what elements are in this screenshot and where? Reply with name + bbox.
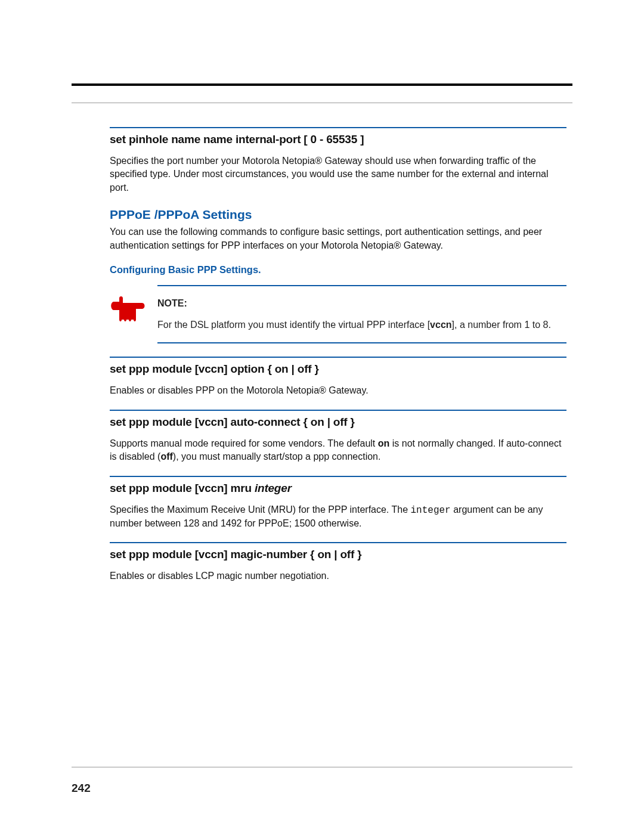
divider-blue (110, 357, 566, 358)
divider-blue (110, 542, 566, 543)
sub-heading: Configuring Basic PPP Settings. (110, 264, 566, 275)
note-text-post: ], a number from 1 to 8. (452, 320, 551, 330)
divider-blue (110, 127, 566, 128)
note-block: NOTE: For the DSL platform you must iden… (110, 285, 566, 343)
desc-mono: integer (410, 505, 450, 516)
top-thin-rule (72, 103, 572, 103)
command-heading: set ppp module [vccn] auto-connect { on … (110, 416, 566, 429)
footer-rule (72, 767, 572, 767)
desc-pre: Supports manual mode required for some v… (110, 438, 378, 448)
desc-on: on (378, 438, 390, 448)
command-description: Specifies the port number your Motorola … (110, 154, 566, 194)
cmd-integer: integer (255, 482, 292, 494)
section-heading-pppoe: PPPoE /PPPoA Settings (110, 208, 566, 222)
command-heading: set ppp module [vccn] magic-number { on … (110, 548, 566, 561)
desc-pre: Specifies the Maximum Receive Unit (MRU)… (110, 504, 410, 515)
page: set pinhole name name internal-port [ 0 … (0, 0, 644, 833)
note-text-pre: For the DSL platform you must identify t… (157, 320, 430, 330)
command-heading: set pinhole name name internal-port [ 0 … (110, 133, 566, 146)
command-description: Enables or disables PPP on the Motorola … (110, 384, 566, 397)
divider-blue (110, 476, 566, 477)
desc-off: off (160, 451, 172, 462)
page-number: 242 (72, 782, 91, 795)
cmd-pre: set ppp module [vccn] mru (110, 482, 255, 494)
divider-blue (157, 342, 566, 343)
command-description: Supports manual mode required for some v… (110, 437, 566, 464)
command-description: Specifies the Maximum Receive Unit (MRU)… (110, 503, 566, 531)
command-heading: set ppp module [vccn] option { on | off … (110, 363, 566, 376)
note-text-bold: vccn (430, 320, 451, 330)
top-thick-rule (72, 83, 572, 86)
header-spacer (72, 36, 572, 83)
note-label: NOTE: (157, 298, 566, 309)
desc-post: ), you must manually start/stop a ppp co… (173, 451, 381, 462)
content-column: set pinhole name name internal-port [ 0 … (110, 127, 566, 583)
pointing-hand-icon (109, 296, 145, 323)
section-intro: You can use the following commands to co… (110, 225, 566, 252)
divider-blue (110, 410, 566, 411)
note-text: For the DSL platform you must identify t… (157, 318, 566, 332)
command-heading: set ppp module [vccn] mru integer (110, 482, 566, 495)
command-description: Enables or disables LCP magic number neg… (110, 569, 566, 583)
divider-blue (157, 285, 566, 286)
